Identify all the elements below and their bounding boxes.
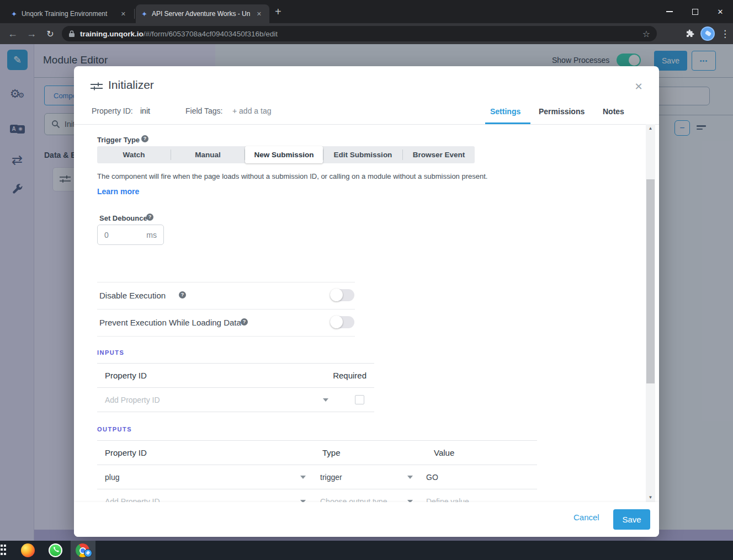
reload-icon[interactable]: ↻ bbox=[41, 29, 60, 39]
debounce-unit: ms bbox=[146, 231, 157, 239]
set-debounce-label: Set Debounce bbox=[99, 214, 147, 222]
divider bbox=[97, 336, 355, 337]
prevent-execution-help-icon[interactable]: ? bbox=[241, 318, 248, 326]
col-value: Value bbox=[434, 448, 454, 457]
whatsapp-phone-icon bbox=[50, 545, 61, 556]
new-tab-button[interactable]: + bbox=[275, 6, 281, 17]
toggle-knob bbox=[330, 289, 343, 301]
modal-title: Initializer bbox=[108, 78, 154, 92]
extensions-puzzle-icon[interactable] bbox=[685, 29, 695, 39]
trigger-option-edit-submission[interactable]: Edit Submission bbox=[323, 146, 402, 163]
disable-execution-help-icon[interactable]: ? bbox=[179, 291, 186, 298]
browser-tab-api-server[interactable]: ✦ API Server Adventure Works - Un ✕ bbox=[136, 4, 269, 23]
firefox-icon[interactable] bbox=[21, 543, 35, 557]
tab-separator bbox=[134, 9, 135, 19]
tab-close-icon[interactable]: ✕ bbox=[254, 9, 264, 19]
maximize-icon bbox=[692, 9, 698, 15]
output-type[interactable]: trigger bbox=[320, 473, 407, 482]
inputs-table: Property ID Required Add Property ID bbox=[97, 363, 374, 412]
modal-save-button[interactable]: Save bbox=[613, 509, 650, 530]
learn-more-link[interactable]: Learn more bbox=[97, 187, 139, 196]
trigger-type-help-icon[interactable]: ? bbox=[141, 135, 148, 142]
toggle-knob bbox=[330, 316, 343, 328]
cancel-button[interactable]: Cancel bbox=[573, 513, 599, 522]
inputs-add-row: Add Property ID bbox=[97, 388, 374, 412]
scrollbar-thumb[interactable] bbox=[646, 179, 655, 383]
tab-close-icon[interactable]: ✕ bbox=[119, 9, 128, 19]
component-sliders-icon bbox=[91, 82, 103, 94]
outputs-header-row: Property ID Type Value bbox=[97, 441, 537, 465]
col-required: Required bbox=[333, 371, 366, 380]
url-path: /#/form/6053708a4cf09403450f316b/edit bbox=[144, 30, 278, 38]
window-controls: ✕ bbox=[657, 0, 733, 23]
tab-settings[interactable]: Settings bbox=[490, 107, 520, 116]
add-tag-button[interactable]: + add a tag bbox=[232, 106, 271, 115]
web-page: ✎ ⚙⚙ A✳ ⇄ Module Editor Show Processes S… bbox=[0, 44, 733, 541]
property-id-label: Property ID: bbox=[92, 106, 133, 115]
forward-icon[interactable]: → bbox=[22, 28, 41, 40]
tab-title: Unqork Training Environment bbox=[22, 10, 114, 18]
property-id-value[interactable]: init bbox=[140, 106, 150, 115]
inputs-header-row: Property ID Required bbox=[97, 364, 374, 388]
trigger-option-browser-event[interactable]: Browser Event bbox=[403, 146, 475, 163]
add-property-id-field[interactable]: Add Property ID bbox=[105, 396, 160, 404]
col-property-id: Property ID bbox=[105, 448, 322, 457]
output-property-id[interactable]: plug bbox=[105, 473, 300, 482]
prevent-execution-toggle[interactable] bbox=[330, 316, 354, 328]
back-icon[interactable]: ← bbox=[3, 28, 22, 40]
bookmark-star-icon[interactable]: ☆ bbox=[642, 29, 650, 39]
minimize-icon bbox=[666, 11, 673, 12]
avatar-shape bbox=[705, 30, 711, 36]
outputs-row-plug: plug trigger GO bbox=[97, 465, 537, 489]
url-bar[interactable]: training.unqork.io/#/form/6053708a4cf094… bbox=[62, 26, 657, 41]
chrome-notification-badge bbox=[84, 549, 92, 557]
minimize-button[interactable] bbox=[657, 0, 682, 23]
col-type: Type bbox=[322, 448, 434, 457]
url-domain: training.unqork.io bbox=[80, 30, 144, 38]
trigger-type-segmented-control: Watch Manual New Submission Edit Submiss… bbox=[97, 146, 475, 163]
whatsapp-icon[interactable] bbox=[49, 543, 62, 557]
divider bbox=[97, 309, 355, 310]
trigger-option-watch[interactable]: Watch bbox=[97, 146, 171, 163]
modal-scrollbar[interactable]: ▲ ▼ bbox=[646, 124, 655, 502]
lock-icon bbox=[68, 30, 75, 38]
inputs-section-heading: INPUTS bbox=[97, 349, 124, 356]
debounce-input[interactable]: 0 ms bbox=[97, 225, 164, 245]
os-taskbar bbox=[0, 541, 733, 560]
modal-header-divider bbox=[74, 124, 659, 125]
trigger-option-new-submission[interactable]: New Submission bbox=[245, 146, 323, 163]
close-button[interactable]: ✕ bbox=[708, 0, 733, 23]
tab-title: API Server Adventure Works - Un bbox=[152, 10, 250, 18]
unqork-logo-icon: ✦ bbox=[11, 10, 17, 18]
divider bbox=[97, 282, 355, 282]
unqork-logo-icon: ✦ bbox=[141, 10, 147, 18]
modal-close-icon[interactable]: ✕ bbox=[630, 78, 647, 95]
field-tags-label: Field Tags: bbox=[185, 106, 222, 115]
maximize-button[interactable] bbox=[682, 0, 708, 23]
profile-avatar[interactable] bbox=[700, 26, 715, 41]
screen: ✦ Unqork Training Environment ✕ ✦ API Se… bbox=[0, 0, 733, 560]
disable-execution-label: Disable Execution bbox=[99, 291, 166, 300]
scroll-down-icon[interactable]: ▼ bbox=[646, 493, 655, 502]
browser-menu-icon[interactable]: ⋮ bbox=[720, 28, 730, 40]
debounce-value: 0 bbox=[104, 231, 146, 239]
browser-titlebar: ✦ Unqork Training Environment ✕ ✦ API Se… bbox=[0, 0, 733, 23]
trigger-type-label: Trigger Type bbox=[97, 136, 140, 144]
set-debounce-help-icon[interactable]: ? bbox=[146, 214, 153, 221]
tab-permissions[interactable]: Permissions bbox=[539, 107, 585, 116]
tab-notes[interactable]: Notes bbox=[603, 107, 624, 116]
dropdown-caret-icon[interactable] bbox=[407, 476, 413, 479]
output-value[interactable]: GO bbox=[426, 473, 438, 482]
required-checkbox[interactable] bbox=[355, 395, 364, 404]
browser-tab-unqork-training[interactable]: ✦ Unqork Training Environment ✕ bbox=[6, 4, 134, 23]
trigger-description: The component will fire when the page lo… bbox=[97, 172, 594, 180]
disable-execution-toggle[interactable] bbox=[330, 289, 354, 301]
dropdown-caret-icon[interactable] bbox=[300, 476, 306, 479]
outputs-section-heading: OUTPUTS bbox=[97, 426, 132, 433]
initializer-modal: Initializer ✕ Property ID: init Field Ta… bbox=[74, 66, 659, 537]
trigger-option-manual[interactable]: Manual bbox=[171, 146, 245, 163]
dropdown-caret-icon[interactable] bbox=[323, 398, 328, 402]
scroll-up-icon[interactable]: ▲ bbox=[646, 124, 655, 133]
prevent-execution-label: Prevent Execution While Loading Data bbox=[99, 318, 241, 327]
app-launcher-icon[interactable] bbox=[0, 545, 7, 556]
